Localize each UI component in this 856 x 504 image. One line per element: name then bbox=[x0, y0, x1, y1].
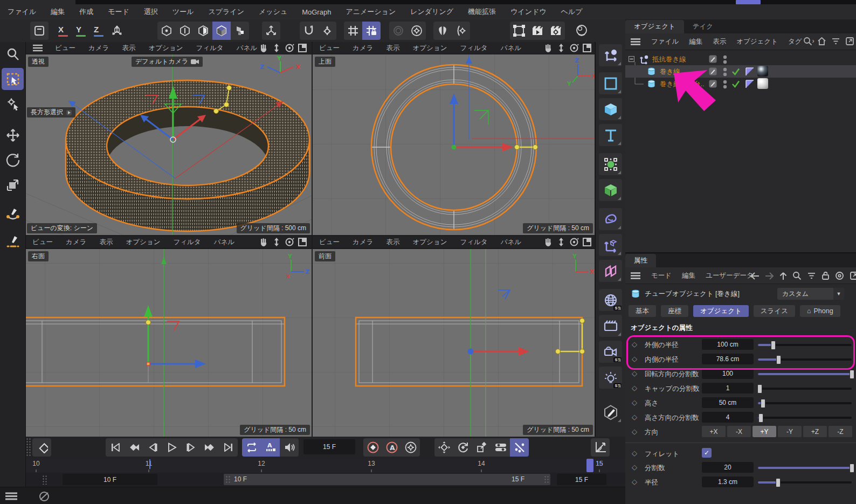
orbit-icon[interactable] bbox=[285, 43, 294, 53]
viewport-menu-item[interactable]: ビュー bbox=[319, 238, 340, 247]
goto-end-icon[interactable] bbox=[219, 438, 238, 457]
next-frame-icon[interactable] bbox=[181, 438, 200, 457]
object-mode-icon[interactable] bbox=[231, 22, 249, 40]
viewport-right[interactable]: YZx 右面 グリッド間隔 : 50 cm bbox=[26, 249, 312, 437]
material-ball-icon[interactable] bbox=[572, 22, 591, 40]
hamburger-icon[interactable] bbox=[32, 44, 43, 52]
value-input[interactable]: 78.6 cm bbox=[702, 354, 754, 364]
viewport-menu-item[interactable]: 表示 bbox=[99, 238, 113, 247]
camera-object-icon[interactable]: ST bbox=[599, 341, 622, 363]
viewport-menu-item[interactable]: フィルタ bbox=[460, 44, 487, 53]
play-icon[interactable] bbox=[162, 438, 181, 457]
menu-item[interactable]: アニメーション bbox=[346, 7, 396, 17]
menu-item[interactable]: メッシュ bbox=[259, 7, 287, 17]
tab-basic[interactable]: 基本 bbox=[629, 305, 656, 317]
prev-frame-icon[interactable] bbox=[143, 438, 162, 457]
menu-item[interactable]: ツール bbox=[172, 7, 194, 17]
back-arrow-icon[interactable] bbox=[750, 272, 760, 280]
value-slider[interactable] bbox=[758, 384, 852, 392]
goto-start-icon[interactable] bbox=[106, 438, 125, 457]
hamburger-icon[interactable] bbox=[631, 272, 640, 279]
enabled-check-icon[interactable] bbox=[731, 80, 740, 90]
menu-item[interactable]: 機能拡張 bbox=[468, 7, 496, 17]
viewport-menu-item[interactable]: パネル bbox=[214, 238, 234, 247]
workplane-object-icon[interactable] bbox=[599, 234, 622, 256]
menu-item[interactable]: スプライン bbox=[208, 7, 244, 17]
pan-hand-icon[interactable] bbox=[543, 237, 553, 247]
up-arrow-icon[interactable] bbox=[779, 272, 787, 280]
om-menu-item[interactable]: 編集 bbox=[689, 37, 702, 46]
viewport-menu-item[interactable]: カメラ bbox=[353, 238, 373, 247]
visibility-dots-icon[interactable] bbox=[723, 55, 727, 66]
orbit-icon[interactable] bbox=[285, 237, 294, 247]
orbit-icon[interactable] bbox=[569, 237, 579, 247]
orientation-plus-x[interactable]: +X bbox=[702, 426, 726, 437]
value-slider[interactable] bbox=[758, 355, 852, 363]
search-icon[interactable] bbox=[2, 43, 24, 65]
key-diamond-icon[interactable]: ◇ bbox=[632, 355, 637, 363]
value-slider[interactable] bbox=[758, 341, 852, 349]
tab-coordinates[interactable]: 座標 bbox=[661, 305, 688, 317]
text-object-icon[interactable] bbox=[599, 124, 622, 146]
viewport-menu-item[interactable]: カメラ bbox=[353, 44, 373, 53]
viewport-menu-item[interactable]: オプション bbox=[412, 44, 447, 53]
viewport-menu-item[interactable]: カメラ bbox=[66, 238, 86, 247]
range-end-field[interactable]: 15 F bbox=[557, 474, 606, 485]
timeline-ruler[interactable]: 101112131415 15 bbox=[26, 458, 625, 473]
om-menu-item[interactable]: オブジェクト bbox=[736, 37, 778, 46]
live-selection-icon[interactable] bbox=[30, 22, 49, 40]
camera-label[interactable]: デフォルトカメラ bbox=[132, 57, 203, 67]
stage-object-icon[interactable] bbox=[599, 315, 622, 337]
viewport-menu-item[interactable]: オプション bbox=[126, 238, 160, 247]
material-thumbnail[interactable] bbox=[757, 78, 768, 89]
snap-settings-icon[interactable] bbox=[318, 22, 336, 40]
tab-slice[interactable]: スライス bbox=[754, 305, 795, 317]
lock-icon[interactable] bbox=[822, 271, 830, 280]
filter-icon[interactable] bbox=[831, 37, 840, 46]
subdivision-surface-icon[interactable] bbox=[599, 153, 622, 175]
key-diamond-icon[interactable]: ◇ bbox=[632, 384, 637, 392]
value-input[interactable]: 100 cm bbox=[702, 339, 754, 350]
next-key-icon[interactable] bbox=[200, 438, 219, 457]
volume-generator-icon[interactable] bbox=[599, 179, 622, 201]
add-keyframe-icon[interactable] bbox=[32, 438, 51, 457]
workplane-grid-icon[interactable] bbox=[344, 22, 362, 40]
viewport-menu-item[interactable]: パネル bbox=[237, 44, 257, 53]
viewport-front[interactable]: YX 前面 グリッド間隔 : 50 cm bbox=[313, 249, 595, 437]
record-keyframe-icon[interactable] bbox=[363, 438, 382, 457]
axis-lock-x[interactable]: X bbox=[54, 22, 72, 40]
search-icon[interactable] bbox=[803, 37, 812, 46]
drag-grip[interactable] bbox=[26, 438, 31, 457]
interaction-settings-icon[interactable] bbox=[408, 22, 426, 40]
current-frame-field[interactable]: 15 F bbox=[303, 439, 355, 454]
move-icon[interactable] bbox=[2, 124, 24, 146]
viewport-menu-item[interactable]: 表示 bbox=[386, 238, 399, 247]
tab-attributes[interactable]: 属性 bbox=[625, 254, 656, 267]
dolly-icon[interactable] bbox=[556, 43, 566, 53]
pan-hand-icon[interactable] bbox=[259, 237, 268, 247]
viewport-menu-item[interactable]: オプション bbox=[148, 44, 183, 53]
material-thumbnail[interactable] bbox=[757, 66, 768, 77]
range-bar-right-grip[interactable] bbox=[544, 475, 549, 484]
dolly-icon[interactable] bbox=[272, 237, 281, 247]
attr-menu-item[interactable]: モード bbox=[651, 271, 672, 280]
key-diamond-icon[interactable]: ◇ bbox=[632, 463, 637, 471]
null-object-icon[interactable] bbox=[599, 44, 622, 66]
keying-settings-icon[interactable] bbox=[401, 438, 420, 457]
target-icon[interactable] bbox=[835, 271, 844, 280]
quantize-lock-icon[interactable] bbox=[362, 22, 381, 40]
axis-tool-icon[interactable] bbox=[262, 22, 280, 40]
orientation-minus-z[interactable]: -Z bbox=[829, 426, 852, 437]
viewport-menu-item[interactable]: カメラ bbox=[88, 44, 109, 53]
filter-icon[interactable] bbox=[807, 272, 816, 280]
visibility-dots-icon[interactable] bbox=[723, 80, 727, 91]
layer-edit-icon[interactable] bbox=[709, 80, 717, 89]
viewport-menu-item[interactable]: フィルタ bbox=[196, 44, 223, 53]
sound-icon[interactable] bbox=[280, 438, 299, 457]
key-diamond-icon[interactable]: ◇ bbox=[632, 413, 637, 421]
viewport-menu-item[interactable]: ビュー bbox=[319, 44, 340, 53]
sketch-spline-icon[interactable] bbox=[2, 231, 24, 253]
dolly-icon[interactable] bbox=[272, 43, 281, 53]
range-start-field[interactable]: 10 F bbox=[63, 474, 157, 485]
points-mode-icon[interactable] bbox=[157, 22, 176, 40]
